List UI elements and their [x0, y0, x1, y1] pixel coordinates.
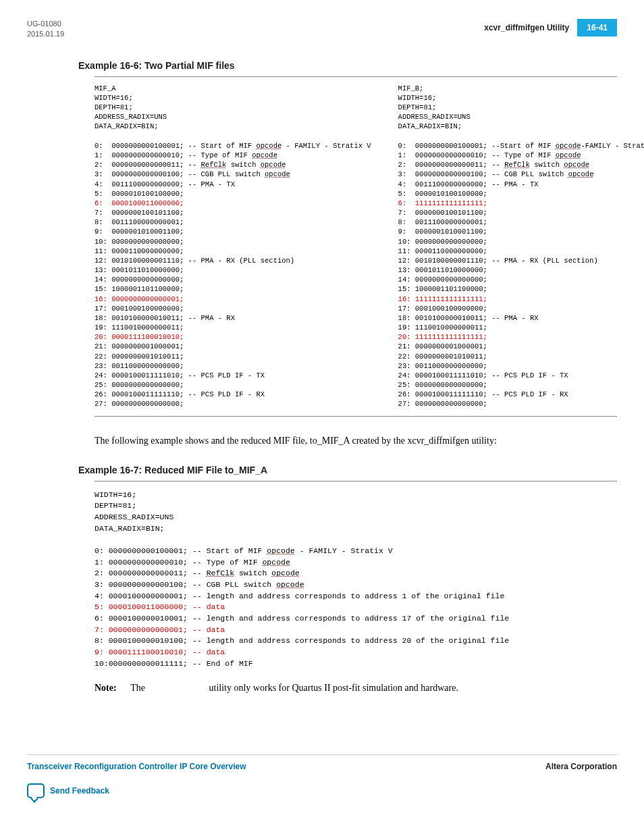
- example-16-6-title: Example 16-6: Two Partial MIF files: [78, 60, 617, 71]
- note-line: Note: The utility only works for Quartus…: [95, 683, 617, 694]
- doc-id: UG-01080: [27, 19, 64, 29]
- feedback-icon[interactable]: [27, 783, 45, 798]
- feedback-row: Send Feedback: [27, 783, 617, 798]
- mif-figure-box: MIF_A WIDTH=16; DEPTH=81; ADDRESS_RADIX=…: [95, 76, 617, 417]
- page-header: UG-01080 2015.01.19 xcvr_diffmifgen Util…: [27, 19, 617, 40]
- doc-date: 2015.01.19: [27, 29, 64, 39]
- reduced-mif-block: WIDTH=16; DEPTH=81; ADDRESS_RADIX=UNS DA…: [95, 481, 617, 670]
- footer-left-link[interactable]: Transceiver Reconfiguration Controller I…: [27, 762, 246, 771]
- note-text-pre: The: [130, 683, 147, 693]
- example-16-7-title: Example 16-7: Reduced MIF File to_MIF_A: [78, 465, 617, 475]
- mif-b-column: MIF_B; WIDTH=16; DEPTH=81; ADDRESS_RADIX…: [398, 84, 644, 409]
- utility-title: xcvr_diffmifgen Utility: [484, 23, 569, 32]
- body-paragraph-1: The following example shows and the redu…: [95, 434, 617, 448]
- note-label: Note:: [95, 683, 128, 694]
- mif-a-column: MIF_A WIDTH=16; DEPTH=81; ADDRESS_RADIX=…: [95, 84, 371, 409]
- footer-right: Altera Corporation: [545, 762, 617, 771]
- send-feedback-link[interactable]: Send Feedback: [50, 786, 109, 796]
- note-text-post: utility only works for Quartus II post-f…: [209, 683, 458, 693]
- header-right: xcvr_diffmifgen Utility 16-41: [484, 19, 617, 36]
- page-number: 16-41: [577, 19, 617, 36]
- doc-meta: UG-01080 2015.01.19: [27, 19, 64, 40]
- page-footer: Transceiver Reconfiguration Controller I…: [27, 754, 617, 771]
